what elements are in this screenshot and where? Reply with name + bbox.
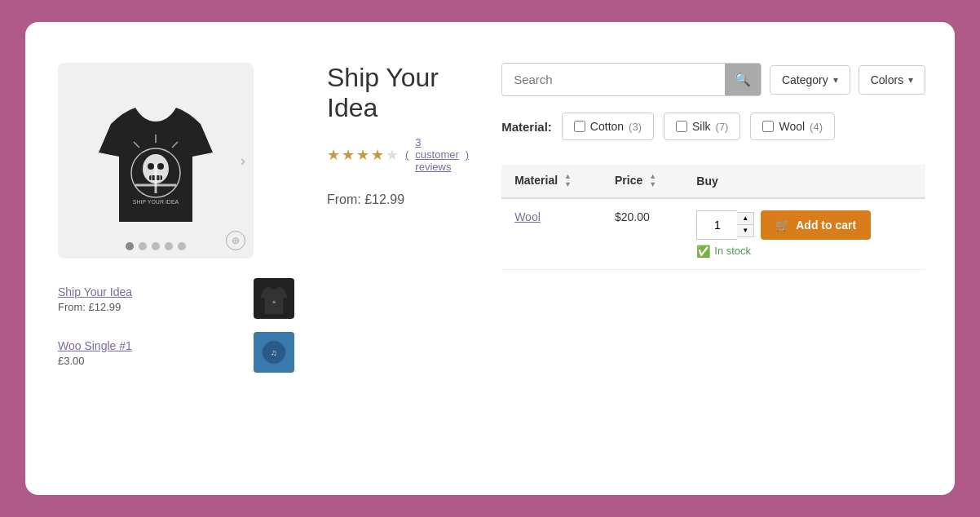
product-image-container: SHIP YOUR IDEA › ⊕ bbox=[58, 63, 254, 258]
price-sort-icon[interactable]: ▲▼ bbox=[649, 173, 656, 189]
category-label: Category bbox=[782, 73, 828, 86]
star-2: ★ bbox=[342, 146, 355, 164]
svg-text:SHIP YOUR IDEA: SHIP YOUR IDEA bbox=[133, 199, 179, 205]
product-price-1: From: £12.99 bbox=[58, 301, 132, 313]
row-price: $20.00 bbox=[602, 198, 683, 270]
from-price: From: £12.99 bbox=[327, 192, 469, 207]
category-filter-button[interactable]: Category ▾ bbox=[770, 65, 850, 95]
product-table: Material ▲▼ Price ▲▼ Buy Wool bbox=[501, 165, 925, 270]
thumb-blue-icon: ♫ bbox=[254, 332, 294, 373]
in-stock-icon: ✅ bbox=[696, 245, 710, 258]
product-title: Ship Your Idea bbox=[327, 63, 469, 123]
svg-point-3 bbox=[157, 163, 164, 170]
material-filter-row: Material: Cotton (3) Silk (7) Wool (4) bbox=[501, 113, 925, 140]
silk-count: (7) bbox=[716, 121, 729, 133]
table-body: Wool $20.00 ▲ ▼ bbox=[501, 198, 925, 270]
product-card: SHIP YOUR IDEA › ⊕ Ship Your Idea From: … bbox=[25, 22, 955, 495]
quantity-input[interactable] bbox=[696, 210, 737, 240]
product-thumb-1: ☠ bbox=[254, 278, 294, 319]
image-dot-nav bbox=[126, 242, 186, 250]
colors-label: Colors bbox=[871, 73, 903, 86]
silk-checkbox[interactable] bbox=[676, 121, 687, 132]
list-item-info: Ship Your Idea From: £12.99 bbox=[58, 285, 132, 313]
row-material: Wool bbox=[501, 198, 602, 270]
cotton-label: Cotton bbox=[590, 120, 624, 133]
svg-text:♫: ♫ bbox=[271, 348, 277, 357]
wool-count: (4) bbox=[810, 121, 823, 133]
cotton-checkbox[interactable] bbox=[574, 121, 585, 132]
dot-3[interactable] bbox=[152, 242, 160, 250]
dot-2[interactable] bbox=[139, 242, 147, 250]
in-stock-label: In stock bbox=[714, 245, 751, 257]
dot-4[interactable] bbox=[165, 242, 173, 250]
star-rating: ★ ★ ★ ★ ★ bbox=[327, 146, 399, 164]
material-option-cotton[interactable]: Cotton (3) bbox=[562, 113, 654, 140]
row-buy: ▲ ▼ 🛒 Add to cart ✅ bbox=[683, 198, 925, 270]
add-to-cart-button[interactable]: 🛒 Add to cart bbox=[761, 210, 871, 240]
stars-row: ★ ★ ★ ★ ★ (3 customer reviews) bbox=[327, 136, 469, 173]
product-list: Ship Your Idea From: £12.99 ☠ Woo Single… bbox=[58, 278, 294, 373]
cotton-count: (3) bbox=[629, 121, 642, 133]
svg-point-2 bbox=[148, 163, 154, 170]
thumb-shirt-icon: ☠ bbox=[254, 278, 294, 319]
quantity-arrows: ▲ ▼ bbox=[737, 212, 754, 237]
material-option-silk[interactable]: Silk (7) bbox=[664, 113, 740, 140]
quantity-control: ▲ ▼ bbox=[696, 210, 754, 240]
star-5: ★ bbox=[386, 146, 399, 164]
buy-actions: ▲ ▼ 🛒 Add to cart bbox=[696, 210, 912, 240]
product-price-2: £3.00 bbox=[58, 355, 132, 367]
product-image: SHIP YOUR IDEA bbox=[95, 87, 217, 234]
material-link[interactable]: Wool bbox=[514, 210, 541, 223]
wool-checkbox[interactable] bbox=[762, 121, 774, 132]
cart-icon: 🛒 bbox=[775, 219, 789, 232]
product-link-1[interactable]: Ship Your Idea bbox=[58, 285, 132, 298]
star-1: ★ bbox=[327, 146, 340, 164]
material-sort-icon[interactable]: ▲▼ bbox=[564, 173, 572, 189]
col-price: Price ▲▼ bbox=[602, 165, 683, 198]
category-chevron-icon: ▾ bbox=[833, 74, 838, 86]
product-link-2[interactable]: Woo Single #1 bbox=[58, 339, 132, 352]
list-item: Ship Your Idea From: £12.99 ☠ bbox=[58, 278, 294, 319]
search-box: 🔍 bbox=[501, 63, 761, 96]
table-header: Material ▲▼ Price ▲▼ Buy bbox=[501, 165, 925, 198]
list-item-info: Woo Single #1 £3.00 bbox=[58, 338, 132, 367]
dot-1[interactable] bbox=[126, 242, 134, 250]
col-material: Material ▲▼ bbox=[501, 165, 602, 198]
right-column: 🔍 Category ▾ Colors ▾ Material: Cotton (… bbox=[501, 63, 925, 454]
search-filters-row: 🔍 Category ▾ Colors ▾ bbox=[501, 63, 925, 96]
buy-cell: ▲ ▼ 🛒 Add to cart ✅ bbox=[696, 210, 912, 258]
zoom-icon[interactable]: ⊕ bbox=[226, 231, 245, 250]
in-stock-status: ✅ In stock bbox=[696, 245, 912, 258]
qty-up-button[interactable]: ▲ bbox=[737, 213, 753, 225]
middle-column: Ship Your Idea ★ ★ ★ ★ ★ (3 customer rev… bbox=[327, 63, 469, 454]
col-buy: Buy bbox=[683, 165, 925, 198]
reviews-link[interactable]: ( bbox=[405, 148, 408, 161]
colors-filter-button[interactable]: Colors ▾ bbox=[859, 65, 925, 95]
next-image-arrow[interactable]: › bbox=[241, 152, 245, 170]
material-option-wool[interactable]: Wool (4) bbox=[750, 113, 835, 140]
search-button[interactable]: 🔍 bbox=[725, 64, 761, 95]
search-input[interactable] bbox=[502, 64, 725, 95]
wool-label: Wool bbox=[779, 120, 805, 133]
reviews-close: ) bbox=[466, 148, 469, 161]
qty-down-button[interactable]: ▼ bbox=[737, 225, 753, 236]
material-filter-label: Material: bbox=[501, 120, 552, 134]
reviews-count[interactable]: 3 customer reviews bbox=[415, 136, 458, 173]
dot-5[interactable] bbox=[178, 242, 186, 250]
add-to-cart-label: Add to cart bbox=[796, 219, 856, 232]
search-icon: 🔍 bbox=[735, 72, 751, 87]
star-4: ★ bbox=[371, 146, 384, 164]
table-row: Wool $20.00 ▲ ▼ bbox=[501, 198, 925, 270]
silk-label: Silk bbox=[692, 120, 711, 133]
left-column: SHIP YOUR IDEA › ⊕ Ship Your Idea From: … bbox=[58, 63, 294, 454]
list-item: Woo Single #1 £3.00 ♫ bbox=[58, 332, 294, 373]
colors-chevron-icon: ▾ bbox=[908, 74, 913, 86]
star-3: ★ bbox=[356, 146, 369, 164]
product-thumb-2: ♫ bbox=[254, 332, 294, 373]
